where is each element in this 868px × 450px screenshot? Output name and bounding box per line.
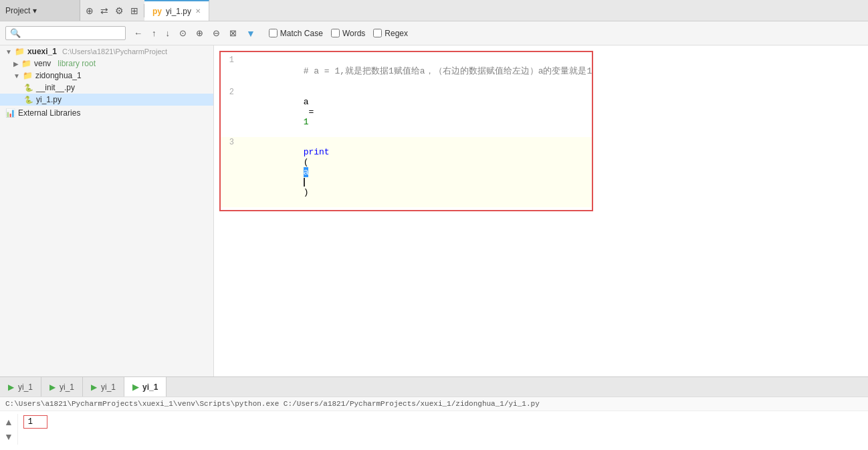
venv-library-root: library root [58,59,96,68]
operator-equals: = [304,107,319,117]
sidebar-item-external-libraries[interactable]: 📊 External Libraries [0,106,213,120]
file-tab-label: yi_1.py [166,7,191,16]
words-checkbox[interactable] [331,29,340,37]
xuexi1-path: C:\Users\a1821\PycharmProject [62,47,167,55]
sidebar-item-yi_1[interactable]: 🐍 yi_1.py [0,94,213,106]
bottom-run-tabs: ▶ yi_1 ▶ yi_1 ▶ yi_1 ▶ yi_1 [0,376,868,397]
tab-yi_1-py[interactable]: py yi_1.py ✕ [144,0,209,21]
layout-icon[interactable]: ⊞ [128,4,141,17]
search-down-button[interactable]: ↓ [162,26,175,40]
output-value: 1 [23,415,47,429]
venv-label: venv [34,59,51,68]
project-dropdown[interactable]: Project ▾ [0,0,80,21]
code-line-3: 3 print ( a ) [221,137,592,207]
console-down-button[interactable]: ▼ [3,430,15,443]
add-file-icon[interactable]: ⊕ [83,4,96,17]
words-option[interactable]: Words [331,29,365,38]
init-label: __init__.py [36,83,75,92]
run-tab-yi1-3[interactable]: ▶ yi_1 [83,377,124,397]
chevron-right-icon: ▶ [13,60,19,68]
search-input-wrap: 🔍 [5,26,126,40]
settings-icon[interactable]: ⚙ [112,4,126,17]
number-1: 1 [304,117,309,127]
var-a-selected: a [304,167,309,177]
yi1-label: yi_1.py [36,95,62,104]
builtin-print: print [304,147,330,157]
console-output-area: ▲ ▼ 1 [0,411,868,450]
main-content: ▼ 📁 xuexi_1 C:\Users\a1821\PycharmProjec… [0,45,868,376]
code-line-1: 1 # a = 1,就是把数据1赋值给a，（右边的数据赋值给左边）a的变量就是1 [221,55,592,87]
comment-token: # a = 1,就是把数据1赋值给a，（右边的数据赋值给左边）a的变量就是1 [304,66,592,76]
run-tab-yi1-4[interactable]: ▶ yi_1 [124,377,167,397]
run-tab-icon-1: ▶ [8,382,14,392]
filter-button[interactable]: ▼ [242,26,259,41]
words-label: Words [342,29,365,38]
console-up-button[interactable]: ▲ [3,415,15,429]
sidebar-item-xuexi_1[interactable]: ▼ 📁 xuexi_1 C:\Users\a1821\PycharmProjec… [0,45,213,58]
search-up-button[interactable]: ↑ [148,26,160,40]
close-tab-icon[interactable]: ✕ [195,7,201,15]
zidonghua1-label: zidonghua_1 [35,71,82,80]
search-find-icon[interactable]: ⊙ [175,26,191,40]
sidebar-item-init[interactable]: 🐍 __init__.py [0,82,213,94]
line-number-3: 3 [221,138,241,147]
match-case-option[interactable]: Match Case [269,29,323,38]
search-replace-button[interactable]: ⊠ [225,26,241,40]
paren-open: ( [304,157,309,167]
sidebar-item-venv[interactable]: ▶ 📁 venv library root [0,58,213,70]
search-nav-buttons: ← ↑ ↓ ⊙ ⊕ ⊖ ⊠ ▼ [130,26,259,41]
bar-chart-icon: 📊 [5,108,15,118]
xuexi1-label: xuexi_1 [27,47,57,56]
search-options: Match Case Words Regex [269,29,408,38]
paren-close: ) [304,187,309,197]
search-minus-button[interactable]: ⊖ [209,26,224,40]
match-case-label: Match Case [280,29,323,38]
regex-option[interactable]: Regex [373,29,408,38]
tab-bar: Project ▾ ⊕ ⇄ ⚙ ⊞ py yi_1.py ✕ [0,0,868,21]
editor-content[interactable]: 1 # a = 1,就是把数据1赋值给a，（右边的数据赋值给左边）a的变量就是1… [214,45,868,376]
search-add-button[interactable]: ⊕ [192,26,207,40]
run-tab-label-1: yi_1 [18,382,33,392]
run-tab-label-3: yi_1 [101,382,116,392]
run-tab-label-2: yi_1 [60,382,74,392]
editor-area: 1 # a = 1,就是把数据1赋值给a，（右边的数据赋值给左边）a的变量就是1… [214,45,868,376]
add-folder-icon[interactable]: ⇄ [98,4,111,17]
line-number-2: 2 [221,88,241,97]
search-bar: 🔍 ← ↑ ↓ ⊙ ⊕ ⊖ ⊠ ▼ Match Case Words Regex [0,21,868,45]
regex-checkbox[interactable] [373,29,382,37]
console-path: C:\Users\a1821\PycharmProjects\xuexi_1\v… [0,397,868,411]
run-tab-icon-2: ▶ [49,382,56,392]
sidebar-item-zidonghua_1[interactable]: ▼ 📁 zidonghua_1 [0,70,213,82]
line-content-2: a = 1 [241,87,592,137]
run-tab-icon-4: ▶ [132,382,138,392]
search-icon: 🔍 [10,28,21,38]
line-content-1: # a = 1,就是把数据1赋值给a，（右边的数据赋值给左边）a的变量就是1 [241,55,592,87]
file-tab-icon: py [152,7,162,16]
project-actions: ⊕ ⇄ ⚙ ⊞ [80,4,144,17]
chevron-down-icon: ▼ [5,48,12,55]
search-prev-button[interactable]: ← [130,26,146,40]
console-area: C:\Users\a1821\PycharmProjects\xuexi_1\v… [0,397,868,450]
run-tab-yi1-1[interactable]: ▶ yi_1 [0,377,41,397]
project-label: Project [5,6,30,15]
file-icon-yi1: 🐍 [24,96,33,104]
folder-icon-venv: 📁 [21,59,31,68]
console-nav: ▲ ▼ [0,414,18,445]
search-input[interactable] [23,29,117,38]
var-a: a [304,97,309,107]
line-content-3: print ( a ) [241,137,592,207]
console-output: 1 [18,414,53,430]
run-tab-yi1-2[interactable]: ▶ yi_1 [41,377,83,397]
code-region: 1 # a = 1,就是把数据1赋值给a，（右边的数据赋值给左边）a的变量就是1… [219,51,593,211]
external-libraries-label: External Libraries [18,108,80,118]
regex-label: Regex [385,29,408,38]
cursor [304,178,305,187]
code-line-2: 2 a = 1 [221,87,592,137]
line-number-1: 1 [221,55,241,65]
dropdown-arrow-icon: ▾ [33,6,37,15]
run-tab-label-4: yi_1 [142,382,158,392]
sidebar: ▼ 📁 xuexi_1 C:\Users\a1821\PycharmProjec… [0,45,214,376]
folder-icon: 📁 [15,47,25,56]
match-case-checkbox[interactable] [269,29,278,37]
chevron-down-icon-zid: ▼ [13,72,20,80]
